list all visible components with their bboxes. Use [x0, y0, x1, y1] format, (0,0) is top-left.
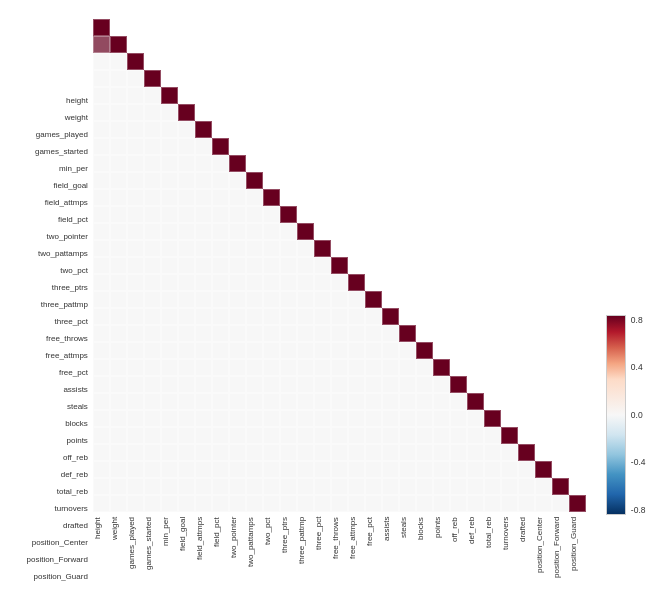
cell-7-1	[110, 138, 127, 155]
cell-17-12	[297, 308, 314, 325]
x-label-two_pointer: two_pointer	[229, 515, 246, 585]
y-label-points: points	[26, 432, 90, 449]
cell-0-18	[399, 19, 416, 36]
cell-0-12	[297, 19, 314, 36]
y-label-position_Forward: position_Forward	[26, 551, 90, 568]
cell-18-3	[144, 325, 161, 342]
cell-3-24	[501, 70, 518, 87]
cell-28-0	[93, 495, 110, 512]
cell-18-4	[161, 325, 178, 342]
cell-2-26	[535, 53, 552, 70]
cell-21-1	[110, 376, 127, 393]
cell-19-14	[331, 342, 348, 359]
cell-21-7	[212, 376, 229, 393]
cell-16-3	[144, 291, 161, 308]
cell-21-14	[331, 376, 348, 393]
cell-24-5	[178, 427, 195, 444]
cell-16-8	[229, 291, 246, 308]
cell-9-2	[127, 172, 144, 189]
cell-19-28	[569, 342, 586, 359]
cell-21-18	[399, 376, 416, 393]
cell-6-5	[178, 121, 195, 138]
cell-15-2	[127, 274, 144, 291]
cell-17-19	[416, 308, 433, 325]
cell-10-20	[433, 189, 450, 206]
x-label-points: points	[433, 515, 450, 585]
cell-8-22	[467, 155, 484, 172]
cell-17-13	[314, 308, 331, 325]
cell-23-23	[484, 410, 501, 427]
cell-27-20	[433, 478, 450, 495]
cell-28-27	[552, 495, 569, 512]
cell-12-12	[297, 223, 314, 240]
cell-19-19	[416, 342, 433, 359]
cell-10-21	[450, 189, 467, 206]
cell-10-18	[399, 189, 416, 206]
cell-16-23	[484, 291, 501, 308]
cell-26-1	[110, 461, 127, 478]
cell-1-6	[195, 36, 212, 53]
cell-1-24	[501, 36, 518, 53]
cell-0-17	[382, 19, 399, 36]
cell-26-9	[246, 461, 263, 478]
cell-8-8	[229, 155, 246, 172]
cell-10-2	[127, 189, 144, 206]
cell-0-26	[535, 19, 552, 36]
cell-25-27	[552, 444, 569, 461]
cell-3-26	[535, 70, 552, 87]
cell-19-11	[280, 342, 297, 359]
cell-15-5	[178, 274, 195, 291]
cell-20-20	[433, 359, 450, 376]
cell-0-0	[93, 19, 110, 36]
cell-21-3	[144, 376, 161, 393]
cell-11-9	[246, 206, 263, 223]
cell-6-15	[348, 121, 365, 138]
cell-11-23	[484, 206, 501, 223]
cell-28-3	[144, 495, 161, 512]
cell-19-2	[127, 342, 144, 359]
cell-18-17	[382, 325, 399, 342]
y-label-steals: steals	[26, 398, 90, 415]
cell-16-21	[450, 291, 467, 308]
y-label-field_pct: field_pct	[26, 211, 90, 228]
cell-16-12	[297, 291, 314, 308]
cell-24-7	[212, 427, 229, 444]
cell-4-3	[144, 87, 161, 104]
cell-13-4	[161, 240, 178, 257]
cell-18-0	[93, 325, 110, 342]
cell-16-20	[433, 291, 450, 308]
y-label-assists: assists	[26, 381, 90, 398]
cell-18-25	[518, 325, 535, 342]
cell-0-16	[365, 19, 382, 36]
cell-12-21	[450, 223, 467, 240]
cell-3-25	[518, 70, 535, 87]
cell-1-1	[110, 36, 127, 53]
cell-4-20	[433, 87, 450, 104]
cell-7-16	[365, 138, 382, 155]
cell-26-26	[535, 461, 552, 478]
cell-4-4	[161, 87, 178, 104]
x-label-height: height	[93, 515, 110, 585]
cell-28-11	[280, 495, 297, 512]
cell-27-7	[212, 478, 229, 495]
cell-5-25	[518, 104, 535, 121]
cell-9-27	[552, 172, 569, 189]
cell-1-15	[348, 36, 365, 53]
cell-5-5	[178, 104, 195, 121]
cell-19-0	[93, 342, 110, 359]
cell-11-18	[399, 206, 416, 223]
cell-12-3	[144, 223, 161, 240]
cell-0-14	[331, 19, 348, 36]
cell-6-20	[433, 121, 450, 138]
y-label-three_pct: three_pct	[26, 313, 90, 330]
cell-20-10	[263, 359, 280, 376]
cell-25-12	[297, 444, 314, 461]
chart-container: heightweightgames_playedgames_startedmin…	[26, 19, 645, 585]
cell-25-1	[110, 444, 127, 461]
cell-12-27	[552, 223, 569, 240]
cell-23-5	[178, 410, 195, 427]
cell-22-3	[144, 393, 161, 410]
cell-9-15	[348, 172, 365, 189]
cell-18-21	[450, 325, 467, 342]
cell-1-12	[297, 36, 314, 53]
